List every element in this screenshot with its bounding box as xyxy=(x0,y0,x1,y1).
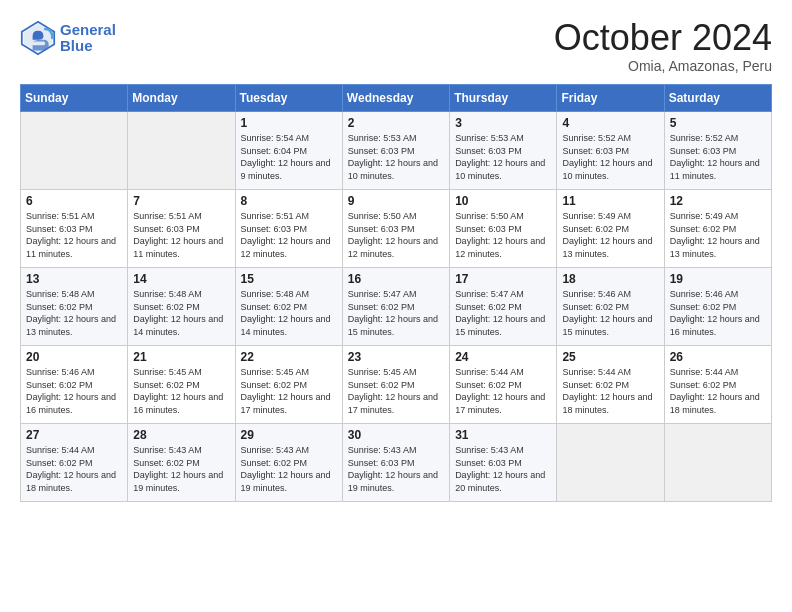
day-info: Sunrise: 5:43 AMSunset: 6:02 PMDaylight:… xyxy=(133,444,229,494)
day-number: 21 xyxy=(133,350,229,364)
day-info: Sunrise: 5:52 AMSunset: 6:03 PMDaylight:… xyxy=(670,132,766,182)
calendar-cell: 7Sunrise: 5:51 AMSunset: 6:03 PMDaylight… xyxy=(128,190,235,268)
calendar-cell: 17Sunrise: 5:47 AMSunset: 6:02 PMDayligh… xyxy=(450,268,557,346)
day-info: Sunrise: 5:45 AMSunset: 6:02 PMDaylight:… xyxy=(241,366,337,416)
calendar-cell xyxy=(128,112,235,190)
day-number: 10 xyxy=(455,194,551,208)
day-info: Sunrise: 5:51 AMSunset: 6:03 PMDaylight:… xyxy=(133,210,229,260)
calendar-cell: 28Sunrise: 5:43 AMSunset: 6:02 PMDayligh… xyxy=(128,424,235,502)
day-info: Sunrise: 5:45 AMSunset: 6:02 PMDaylight:… xyxy=(348,366,444,416)
day-info: Sunrise: 5:46 AMSunset: 6:02 PMDaylight:… xyxy=(26,366,122,416)
month-title: October 2024 xyxy=(554,20,772,56)
day-number: 6 xyxy=(26,194,122,208)
day-number: 8 xyxy=(241,194,337,208)
day-number: 13 xyxy=(26,272,122,286)
day-info: Sunrise: 5:51 AMSunset: 6:03 PMDaylight:… xyxy=(241,210,337,260)
logo-text: General Blue xyxy=(60,22,116,55)
day-number: 24 xyxy=(455,350,551,364)
day-number: 1 xyxy=(241,116,337,130)
day-info: Sunrise: 5:53 AMSunset: 6:03 PMDaylight:… xyxy=(455,132,551,182)
calendar-cell: 3Sunrise: 5:53 AMSunset: 6:03 PMDaylight… xyxy=(450,112,557,190)
weekday-header-wednesday: Wednesday xyxy=(342,85,449,112)
day-info: Sunrise: 5:46 AMSunset: 6:02 PMDaylight:… xyxy=(562,288,658,338)
day-info: Sunrise: 5:48 AMSunset: 6:02 PMDaylight:… xyxy=(241,288,337,338)
calendar-cell: 20Sunrise: 5:46 AMSunset: 6:02 PMDayligh… xyxy=(21,346,128,424)
calendar-week-row: 13Sunrise: 5:48 AMSunset: 6:02 PMDayligh… xyxy=(21,268,772,346)
day-number: 12 xyxy=(670,194,766,208)
calendar-cell: 15Sunrise: 5:48 AMSunset: 6:02 PMDayligh… xyxy=(235,268,342,346)
calendar-cell: 8Sunrise: 5:51 AMSunset: 6:03 PMDaylight… xyxy=(235,190,342,268)
logo-icon xyxy=(20,20,56,56)
weekday-header-saturday: Saturday xyxy=(664,85,771,112)
calendar-cell: 12Sunrise: 5:49 AMSunset: 6:02 PMDayligh… xyxy=(664,190,771,268)
weekday-header-friday: Friday xyxy=(557,85,664,112)
calendar-cell xyxy=(664,424,771,502)
day-number: 28 xyxy=(133,428,229,442)
day-number: 29 xyxy=(241,428,337,442)
calendar-cell: 1Sunrise: 5:54 AMSunset: 6:04 PMDaylight… xyxy=(235,112,342,190)
day-number: 30 xyxy=(348,428,444,442)
day-number: 27 xyxy=(26,428,122,442)
day-info: Sunrise: 5:52 AMSunset: 6:03 PMDaylight:… xyxy=(562,132,658,182)
day-info: Sunrise: 5:53 AMSunset: 6:03 PMDaylight:… xyxy=(348,132,444,182)
day-number: 18 xyxy=(562,272,658,286)
calendar-cell: 11Sunrise: 5:49 AMSunset: 6:02 PMDayligh… xyxy=(557,190,664,268)
calendar-header-row: SundayMondayTuesdayWednesdayThursdayFrid… xyxy=(21,85,772,112)
calendar-cell: 31Sunrise: 5:43 AMSunset: 6:03 PMDayligh… xyxy=(450,424,557,502)
day-number: 5 xyxy=(670,116,766,130)
day-number: 26 xyxy=(670,350,766,364)
day-info: Sunrise: 5:44 AMSunset: 6:02 PMDaylight:… xyxy=(562,366,658,416)
calendar-cell: 27Sunrise: 5:44 AMSunset: 6:02 PMDayligh… xyxy=(21,424,128,502)
calendar-cell: 24Sunrise: 5:44 AMSunset: 6:02 PMDayligh… xyxy=(450,346,557,424)
calendar-cell: 29Sunrise: 5:43 AMSunset: 6:02 PMDayligh… xyxy=(235,424,342,502)
weekday-header-sunday: Sunday xyxy=(21,85,128,112)
calendar-cell: 10Sunrise: 5:50 AMSunset: 6:03 PMDayligh… xyxy=(450,190,557,268)
day-info: Sunrise: 5:47 AMSunset: 6:02 PMDaylight:… xyxy=(455,288,551,338)
title-block: October 2024 Omia, Amazonas, Peru xyxy=(554,20,772,74)
calendar-cell: 2Sunrise: 5:53 AMSunset: 6:03 PMDaylight… xyxy=(342,112,449,190)
calendar-cell: 26Sunrise: 5:44 AMSunset: 6:02 PMDayligh… xyxy=(664,346,771,424)
day-number: 17 xyxy=(455,272,551,286)
day-info: Sunrise: 5:48 AMSunset: 6:02 PMDaylight:… xyxy=(26,288,122,338)
calendar-cell: 6Sunrise: 5:51 AMSunset: 6:03 PMDaylight… xyxy=(21,190,128,268)
day-info: Sunrise: 5:45 AMSunset: 6:02 PMDaylight:… xyxy=(133,366,229,416)
calendar-cell xyxy=(557,424,664,502)
calendar-cell: 21Sunrise: 5:45 AMSunset: 6:02 PMDayligh… xyxy=(128,346,235,424)
calendar-cell: 13Sunrise: 5:48 AMSunset: 6:02 PMDayligh… xyxy=(21,268,128,346)
day-number: 25 xyxy=(562,350,658,364)
day-number: 23 xyxy=(348,350,444,364)
day-info: Sunrise: 5:50 AMSunset: 6:03 PMDaylight:… xyxy=(455,210,551,260)
day-number: 2 xyxy=(348,116,444,130)
day-info: Sunrise: 5:49 AMSunset: 6:02 PMDaylight:… xyxy=(562,210,658,260)
calendar-cell: 5Sunrise: 5:52 AMSunset: 6:03 PMDaylight… xyxy=(664,112,771,190)
calendar-cell: 14Sunrise: 5:48 AMSunset: 6:02 PMDayligh… xyxy=(128,268,235,346)
day-number: 19 xyxy=(670,272,766,286)
calendar-table: SundayMondayTuesdayWednesdayThursdayFrid… xyxy=(20,84,772,502)
day-info: Sunrise: 5:44 AMSunset: 6:02 PMDaylight:… xyxy=(455,366,551,416)
day-number: 9 xyxy=(348,194,444,208)
page-header: General Blue October 2024 Omia, Amazonas… xyxy=(20,20,772,74)
day-info: Sunrise: 5:44 AMSunset: 6:02 PMDaylight:… xyxy=(670,366,766,416)
day-info: Sunrise: 5:50 AMSunset: 6:03 PMDaylight:… xyxy=(348,210,444,260)
day-number: 31 xyxy=(455,428,551,442)
calendar-cell: 22Sunrise: 5:45 AMSunset: 6:02 PMDayligh… xyxy=(235,346,342,424)
day-info: Sunrise: 5:48 AMSunset: 6:02 PMDaylight:… xyxy=(133,288,229,338)
weekday-header-tuesday: Tuesday xyxy=(235,85,342,112)
calendar-cell: 19Sunrise: 5:46 AMSunset: 6:02 PMDayligh… xyxy=(664,268,771,346)
day-info: Sunrise: 5:49 AMSunset: 6:02 PMDaylight:… xyxy=(670,210,766,260)
day-number: 4 xyxy=(562,116,658,130)
day-number: 11 xyxy=(562,194,658,208)
day-number: 16 xyxy=(348,272,444,286)
calendar-cell: 16Sunrise: 5:47 AMSunset: 6:02 PMDayligh… xyxy=(342,268,449,346)
calendar-cell: 18Sunrise: 5:46 AMSunset: 6:02 PMDayligh… xyxy=(557,268,664,346)
day-number: 7 xyxy=(133,194,229,208)
calendar-week-row: 1Sunrise: 5:54 AMSunset: 6:04 PMDaylight… xyxy=(21,112,772,190)
weekday-header-thursday: Thursday xyxy=(450,85,557,112)
day-number: 20 xyxy=(26,350,122,364)
day-number: 15 xyxy=(241,272,337,286)
logo: General Blue xyxy=(20,20,116,56)
day-info: Sunrise: 5:43 AMSunset: 6:03 PMDaylight:… xyxy=(348,444,444,494)
calendar-cell: 4Sunrise: 5:52 AMSunset: 6:03 PMDaylight… xyxy=(557,112,664,190)
day-info: Sunrise: 5:54 AMSunset: 6:04 PMDaylight:… xyxy=(241,132,337,182)
calendar-week-row: 6Sunrise: 5:51 AMSunset: 6:03 PMDaylight… xyxy=(21,190,772,268)
